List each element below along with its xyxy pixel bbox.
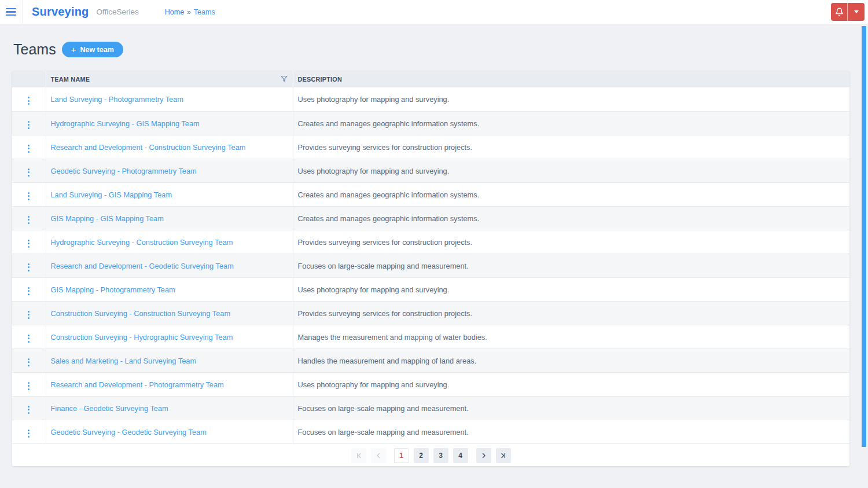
table-row: Construction Surveying - Hydrographic Su…: [12, 325, 849, 348]
team-name-link[interactable]: Research and Development - Photogrammetr…: [51, 380, 224, 389]
team-name-link[interactable]: Hydrographic Surveying - Construction Su…: [51, 238, 233, 247]
teams-table: TEAM NAME DESCRIPTION Land Surveying - P…: [12, 71, 849, 444]
kebab-icon: [28, 430, 30, 431]
page-number-button[interactable]: 2: [414, 448, 429, 463]
team-description: Creates and manages geographic informati…: [298, 119, 480, 128]
team-description: Provides surveying services for construc…: [298, 143, 473, 152]
kebab-icon: [28, 145, 30, 146]
team-name-link[interactable]: Land Surveying - Photogrammetry Team: [51, 95, 184, 104]
new-team-button-label: New team: [80, 46, 113, 54]
row-actions-button[interactable]: [24, 379, 34, 393]
page-content: Teams + New team TEAM NAME DESCRIP: [0, 41, 868, 466]
breadcrumb-current-link[interactable]: Teams: [194, 8, 215, 16]
top-bar: Surveying OfficeSeries Home » Teams: [0, 0, 868, 24]
menu-button[interactable]: [0, 0, 23, 24]
kebab-icon: [28, 121, 30, 123]
row-actions-button[interactable]: [24, 118, 34, 132]
table-row: Geodetic Surveying - Geodetic Surveying …: [12, 420, 849, 443]
team-description: Uses photography for mapping and surveyi…: [298, 167, 450, 175]
new-team-button[interactable]: + New team: [62, 42, 123, 57]
kebab-icon: [28, 358, 30, 360]
row-actions-button[interactable]: [24, 308, 34, 322]
kebab-icon: [28, 335, 30, 336]
previous-page-button[interactable]: [371, 448, 386, 463]
table-row: Hydrographic Surveying - GIS Mapping Tea…: [12, 111, 849, 135]
table-row: Finance - Geodetic Surveying Team Focuse…: [12, 396, 849, 420]
page-number-button[interactable]: 3: [433, 448, 448, 463]
row-actions-button[interactable]: [24, 260, 34, 274]
actions-column-header: [12, 71, 46, 87]
table-body: Land Surveying - Photogrammetry Team Use…: [12, 87, 849, 443]
row-actions-button[interactable]: [24, 189, 34, 203]
row-actions-button[interactable]: [24, 355, 34, 369]
page-number-group: 1234: [394, 448, 468, 463]
breadcrumb: Home » Teams: [165, 8, 215, 16]
vertical-scrollbar[interactable]: [862, 26, 866, 447]
app-subtitle: OfficeSeries: [97, 8, 139, 16]
page-number-button[interactable]: 4: [453, 448, 468, 463]
table-row: Research and Development - Photogrammetr…: [12, 372, 849, 396]
pagination: 1234: [12, 448, 849, 463]
team-name-link[interactable]: Research and Development - Geodetic Surv…: [51, 262, 234, 270]
team-name-link[interactable]: Hydrographic Surveying - GIS Mapping Tea…: [51, 119, 200, 128]
row-actions-button[interactable]: [24, 166, 34, 179]
breadcrumb-separator: »: [187, 8, 191, 16]
row-actions-button[interactable]: [24, 237, 34, 251]
last-page-icon: [499, 452, 507, 460]
team-name-link[interactable]: Finance - Geodetic Surveying Team: [51, 404, 168, 413]
table-row: GIS Mapping - GIS Mapping Team Creates a…: [12, 206, 849, 230]
breadcrumb-home-link[interactable]: Home: [165, 8, 184, 16]
row-actions-button[interactable]: [24, 332, 34, 346]
row-actions-button[interactable]: [24, 427, 34, 441]
chevron-left-icon: [374, 452, 382, 460]
kebab-icon: [28, 382, 30, 384]
kebab-icon: [28, 311, 30, 313]
plus-icon: +: [71, 45, 76, 54]
team-name-link[interactable]: Research and Development - Construction …: [51, 143, 246, 152]
team-description: Uses photography for mapping and surveyi…: [298, 285, 450, 294]
table-row: Sales and Marketing - Land Surveying Tea…: [12, 348, 849, 372]
team-name-column-header: TEAM NAME: [46, 71, 293, 87]
table-row: GIS Mapping - Photogrammetry Team Uses p…: [12, 277, 849, 301]
team-description: Focuses on large-scale mapping and measu…: [298, 262, 469, 270]
account-dropdown-button[interactable]: [848, 3, 865, 21]
kebab-icon: [28, 240, 30, 241]
kebab-icon: [28, 406, 30, 408]
team-name-link[interactable]: Sales and Marketing - Land Surveying Tea…: [51, 357, 197, 365]
next-page-button[interactable]: [476, 448, 491, 463]
kebab-icon: [28, 192, 30, 194]
row-actions-button[interactable]: [24, 403, 34, 417]
team-name-link[interactable]: GIS Mapping - GIS Mapping Team: [51, 214, 164, 223]
row-actions-button[interactable]: [24, 284, 34, 298]
page-title: Teams: [13, 41, 56, 58]
bell-icon: [835, 8, 844, 16]
kebab-icon: [28, 216, 30, 218]
team-description: Provides surveying services for construc…: [298, 309, 473, 318]
row-actions-button[interactable]: [24, 94, 34, 108]
team-description: Uses photography for mapping and surveyi…: [298, 380, 450, 389]
page-number-button[interactable]: 1: [394, 448, 409, 463]
first-page-icon: [355, 452, 363, 460]
hamburger-icon: [6, 8, 16, 16]
team-name-link[interactable]: Construction Surveying - Construction Su…: [51, 309, 231, 318]
team-description: Creates and manages geographic informati…: [298, 190, 480, 199]
team-name-link[interactable]: Geodetic Surveying - Geodetic Surveying …: [51, 428, 207, 436]
notifications-button[interactable]: [831, 3, 848, 21]
team-name-link[interactable]: GIS Mapping - Photogrammetry Team: [51, 285, 175, 294]
kebab-icon: [28, 168, 30, 170]
team-name-link[interactable]: Geodetic Surveying - Photogrammetry Team: [51, 167, 197, 175]
team-name-link[interactable]: Land Surveying - GIS Mapping Team: [51, 190, 172, 199]
table-row: Research and Development - Geodetic Surv…: [12, 254, 849, 277]
table-header-row: TEAM NAME DESCRIPTION: [12, 71, 849, 87]
team-description: Manages the measurement and mapping of w…: [298, 333, 487, 342]
team-description: Creates and manages geographic informati…: [298, 214, 480, 223]
first-page-button[interactable]: [351, 448, 366, 463]
table-row: Land Surveying - GIS Mapping Team Create…: [12, 182, 849, 206]
last-page-button[interactable]: [496, 448, 511, 463]
filter-icon[interactable]: [281, 75, 288, 82]
row-actions-button[interactable]: [24, 142, 34, 156]
team-name-link[interactable]: Construction Surveying - Hydrographic Su…: [51, 333, 233, 342]
kebab-icon: [28, 287, 30, 289]
row-actions-button[interactable]: [24, 213, 34, 227]
page-header: Teams + New team: [13, 41, 849, 58]
